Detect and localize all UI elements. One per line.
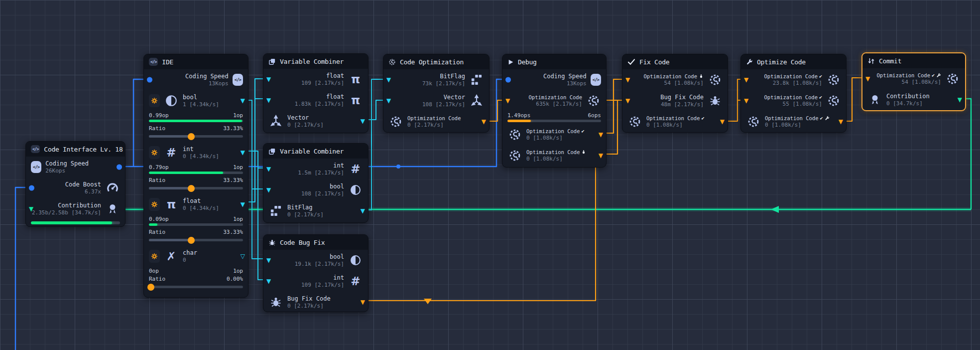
code-icon: </>	[31, 161, 41, 173]
input-port[interactable]: ▼	[625, 77, 630, 83]
row-value: 55 [1.08k/s]	[783, 101, 822, 108]
row-label: BitFlag	[287, 204, 324, 211]
wire-commit-contribution[interactable]	[961, 99, 971, 209]
output-port[interactable]: ▼	[599, 132, 603, 138]
row-optcode-in: ▼ Optimization Code 635k [2.17k/s]	[502, 90, 606, 111]
row-label: Optimization Code	[407, 115, 461, 122]
row-value: 0 [1.08k/s]	[526, 156, 586, 163]
row-label: Vector	[287, 114, 324, 122]
row-value: 13Kops	[209, 80, 229, 87]
slider-knob[interactable]	[147, 284, 154, 291]
output-port[interactable]: ▼	[361, 299, 365, 305]
node-optimize-code[interactable]: Optimize Code ▼ Optimization Code✔ 23.8k…	[740, 54, 847, 133]
node-header[interactable]: Code Bug Fix	[263, 235, 368, 250]
input-port[interactable]: ▼	[266, 187, 271, 193]
row-value: 54 [1.08k/s]	[664, 80, 704, 87]
node-graph-canvas[interactable]: { "colors":{ "background":"#262c3c","nod…	[0, 0, 980, 350]
bug-icon	[268, 296, 283, 308]
output-port[interactable]: ▼	[361, 208, 365, 214]
node-code-interface[interactable]: </> Code Interface Lv. 18 </> Coding Spe…	[25, 141, 125, 227]
input-port[interactable]: ▼	[29, 206, 33, 212]
input-port[interactable]	[29, 185, 34, 191]
node-title: Code Interface Lv. 18	[44, 146, 122, 153]
row-value: 0 [1.08k/s]	[526, 135, 585, 142]
input-port[interactable]: ▼	[625, 98, 630, 104]
input-port[interactable]	[147, 77, 152, 83]
output-port[interactable]: ▼	[241, 201, 245, 207]
input-port[interactable]: ▼	[266, 278, 271, 284]
slider-knob[interactable]	[188, 237, 195, 244]
input-port[interactable]: ▼	[505, 98, 510, 104]
output-port[interactable]: ▼	[482, 119, 486, 125]
ratio-slider[interactable]	[149, 135, 243, 138]
node-title: Variable Combiner	[280, 148, 344, 155]
output-port[interactable]: ▼	[361, 118, 365, 124]
row-value: 0 [2.17k/s]	[287, 122, 324, 129]
input-port[interactable]: ▼	[744, 98, 748, 104]
node-code-optimization[interactable]: Code Optimization ▼ BitFlag 73k [2.17k/s…	[383, 54, 490, 133]
input-port[interactable]: ▼	[266, 257, 271, 263]
input-port[interactable]: ▼	[386, 77, 391, 83]
settings-gear-button[interactable]	[149, 198, 160, 211]
node-title: Code Bug Fix	[280, 239, 325, 246]
node-commit[interactable]: Commit ▼ Optimization Code✔ 54 [1.08k/s]…	[861, 52, 966, 111]
node-header[interactable]: Code Optimization	[383, 54, 489, 69]
node-code-bug-fix[interactable]: Code Bug Fix ▼ bool 19.1k [2.17k/s] ▼ in…	[263, 234, 368, 312]
node-header[interactable]: Optimize Code	[741, 54, 846, 69]
row-optcode-check-out: Optimization Code✔ 0 [1.08k/s] ▼	[502, 124, 606, 145]
output-port[interactable]: ▼	[839, 119, 843, 125]
row-label: Code Boost	[65, 181, 101, 188]
row-label: char	[183, 249, 197, 257]
wire-bitflag[interactable]	[367, 79, 383, 210]
row-value: 6.37x	[85, 188, 101, 195]
settings-gear-button[interactable]	[149, 250, 160, 263]
output-port[interactable]: ▼	[599, 153, 603, 159]
node-fix-code[interactable]: Fix Code ▼ Optimization Code 54 [1.08k/s…	[622, 54, 728, 133]
node-header[interactable]: Variable Combiner	[263, 144, 368, 159]
wire-codingspeed-ide[interactable]	[133, 79, 144, 167]
bug-icon	[699, 74, 704, 79]
slider-knob[interactable]	[188, 133, 195, 140]
ratio-slider[interactable]	[149, 239, 243, 241]
row-label: Optimization Code✔	[526, 128, 585, 135]
node-variable-combiner-1[interactable]: Variable Combiner ▼ float 109 [2.17k/s] …	[263, 53, 368, 133]
input-port[interactable]: ▼	[266, 166, 271, 172]
row-value: 108 [2.17k/s]	[422, 101, 465, 108]
node-header[interactable]: Debug	[502, 54, 606, 69]
node-header[interactable]: Variable Combiner	[263, 54, 368, 69]
settings-gear-button[interactable]	[149, 94, 160, 107]
row-float-in: ▼ float 109 [2.17k/s] π	[263, 69, 368, 90]
output-port[interactable]: ▼	[958, 97, 962, 103]
input-port[interactable]	[505, 77, 511, 83]
input-port[interactable]: ▼	[865, 76, 870, 82]
node-ide[interactable]: </> IDE Coding Speed 13Kops </> bool 1 […	[143, 54, 248, 298]
node-header[interactable]: </> Code Interface Lv. 18	[26, 142, 125, 157]
output-port[interactable]: ▼	[241, 150, 245, 156]
input-port[interactable]: ▼	[266, 76, 271, 82]
node-variable-combiner-2[interactable]: Variable Combiner ▼ int 1.5m [2.17k/s] #…	[263, 143, 368, 223]
row-value: 0	[183, 257, 197, 264]
ratio-slider[interactable]	[149, 187, 243, 189]
input-port[interactable]: ▼	[386, 98, 391, 104]
ratio-slider[interactable]	[149, 286, 243, 288]
row-label: bool	[330, 183, 344, 190]
input-port[interactable]: ▼	[744, 77, 748, 83]
output-port[interactable]	[117, 165, 122, 170]
node-header[interactable]: </> IDE	[144, 54, 248, 69]
row-value: 109 [2.17k/s]	[301, 80, 344, 87]
row-value: 1.5m [2.17k/s]	[298, 170, 344, 176]
output-port[interactable]: ▼	[241, 98, 245, 104]
slider-knob[interactable]	[188, 185, 195, 192]
settings-gear-button[interactable]	[149, 146, 160, 159]
node-header[interactable]: Fix Code	[622, 54, 728, 69]
row-value: 0 [1.08k/s]	[765, 122, 830, 129]
row-bugfix-out: Bug Fix Code 0 [2.17k/s] ▼	[263, 292, 368, 313]
wire-vector[interactable]	[367, 100, 383, 120]
node-header[interactable]: Commit	[862, 53, 965, 68]
row-value: 2.35b/2.58b [34.7k/s]	[32, 209, 101, 216]
row-value: 108 [2.17k/s]	[301, 190, 344, 197]
output-port[interactable]: ▼	[720, 119, 725, 125]
input-port[interactable]: ▼	[266, 97, 271, 103]
node-debug[interactable]: Debug Coding Speed 13Kops </> ▼ Optimiza…	[502, 54, 607, 168]
output-port[interactable]: ▽	[241, 253, 245, 259]
